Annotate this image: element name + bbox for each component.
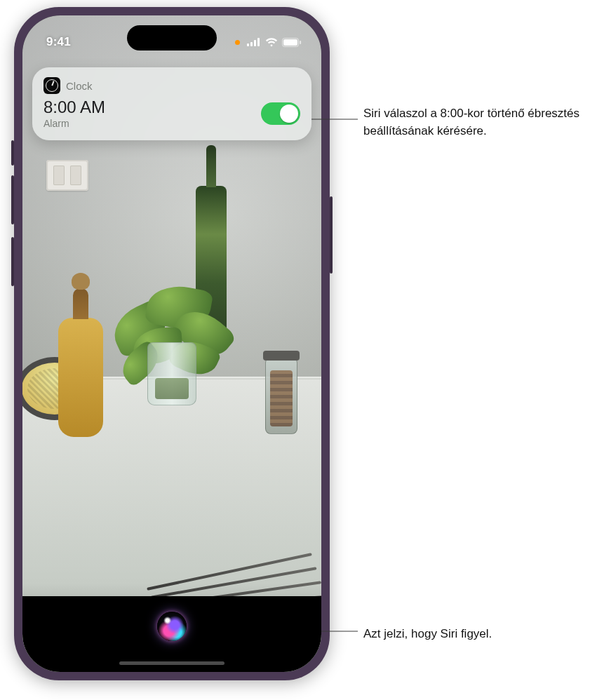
wifi-icon (265, 38, 278, 47)
alarm-toggle-on[interactable] (261, 102, 300, 125)
home-indicator[interactable] (119, 661, 224, 665)
status-time: 9:41 (46, 35, 71, 49)
cellular-signal-icon (247, 38, 261, 46)
mic-indicator-dot (235, 40, 240, 45)
battery-icon (282, 38, 302, 47)
app-name-label: Clock (66, 80, 93, 92)
svg-rect-0 (247, 43, 249, 46)
alarm-time: 8:00 AM (43, 98, 105, 116)
alarm-label: Alarm (43, 118, 105, 129)
callout-siri-listening: Azt jelzi, hogy Siri figyel. (363, 626, 492, 643)
svg-rect-6 (300, 41, 301, 44)
siri-orb-listening-indicator[interactable] (157, 612, 187, 641)
svg-rect-3 (257, 38, 260, 46)
callout-alarm-response: Siri válaszol a 8:00-kor történő ébreszt… (363, 105, 588, 140)
siri-response-clock-alarm-card[interactable]: Clock 8:00 AM Alarm (32, 67, 311, 140)
dynamic-island (127, 25, 217, 51)
svg-rect-1 (250, 42, 253, 46)
svg-rect-2 (254, 40, 256, 46)
clock-app-icon (43, 77, 60, 94)
svg-rect-5 (283, 39, 297, 46)
